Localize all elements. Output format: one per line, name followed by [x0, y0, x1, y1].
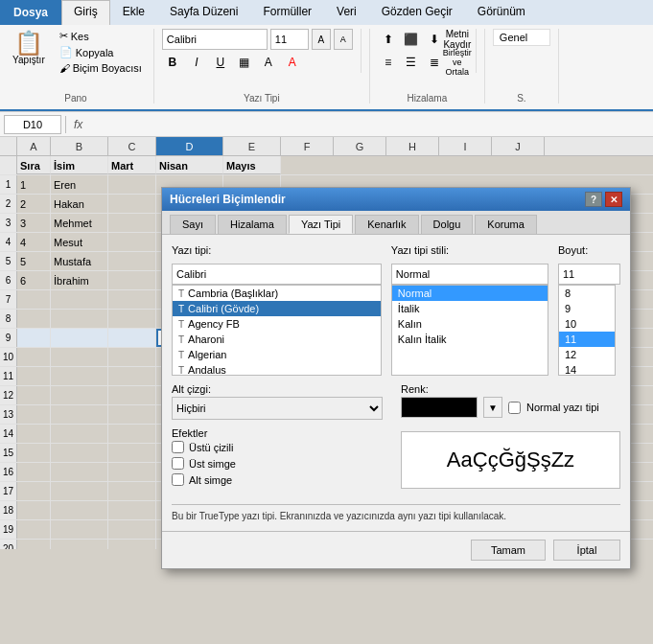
row-header-12[interactable]: 12: [0, 386, 17, 404]
cell-0-E[interactable]: Mayıs: [223, 156, 281, 174]
tab-yazitipi[interactable]: Yazı Tipi: [289, 215, 353, 234]
formula-input[interactable]: [90, 115, 649, 134]
style-list-item[interactable]: İtalik: [392, 301, 548, 316]
tab-gozden-gecir[interactable]: Gözden Geçir: [369, 0, 465, 25]
cell-8-B[interactable]: [51, 310, 108, 328]
cell-1-B[interactable]: Eren: [51, 175, 108, 194]
font-color-button[interactable]: A: [282, 52, 303, 73]
cell-1-A[interactable]: 1: [17, 175, 51, 194]
align-center-button[interactable]: ☰: [401, 52, 422, 73]
cell-8-A[interactable]: [17, 310, 51, 328]
row-header-6[interactable]: 6: [0, 271, 17, 289]
cell-3-B[interactable]: Mehmet: [51, 214, 108, 232]
wrap-text-button[interactable]: Metni Kaydır: [447, 29, 468, 50]
row-header-14[interactable]: 14: [0, 425, 17, 443]
italic-button[interactable]: I: [186, 52, 207, 73]
cell-11-B[interactable]: [51, 367, 108, 385]
tab-ekle[interactable]: Ekle: [110, 0, 157, 25]
kes-button[interactable]: ✂ Kes: [56, 29, 146, 43]
cell-16-A[interactable]: [17, 463, 51, 481]
tab-formuller[interactable]: Formüller: [250, 0, 324, 25]
cell-7-C[interactable]: [108, 290, 156, 309]
row-header-0[interactable]: [0, 156, 17, 174]
format-cells-dialog[interactable]: Hücreleri Biçimlendir ? ✕ Sayı Hizalama …: [161, 187, 631, 569]
cell-5-A[interactable]: 5: [17, 252, 51, 270]
cell-9-B[interactable]: [51, 329, 108, 347]
cell-17-C[interactable]: [108, 482, 156, 500]
row-header-19[interactable]: 19: [0, 520, 17, 539]
font-list-item[interactable]: T Calibri (Gövde): [173, 301, 381, 316]
cell-19-C[interactable]: [108, 520, 156, 539]
size-list-item[interactable]: 9: [559, 301, 615, 316]
cell-0-A[interactable]: Sıra: [17, 156, 51, 174]
col-header-h[interactable]: H: [386, 137, 439, 155]
cell-12-B[interactable]: [51, 386, 108, 404]
tab-gorunum[interactable]: Görünüm: [465, 0, 538, 25]
style-list-item[interactable]: Kalın: [392, 316, 548, 332]
align-top-button[interactable]: ⬆: [378, 29, 399, 50]
row-header-10[interactable]: 10: [0, 348, 17, 366]
cell-3-C[interactable]: [108, 214, 156, 232]
font-size-listbox[interactable]: 8910111214: [558, 285, 616, 376]
superscript-checkbox[interactable]: [172, 457, 184, 470]
col-header-g[interactable]: G: [334, 137, 386, 155]
col-header-d[interactable]: D: [156, 137, 223, 155]
row-header-11[interactable]: 11: [0, 367, 17, 385]
cell-7-A[interactable]: [17, 290, 51, 309]
row-header-17[interactable]: 17: [0, 482, 17, 500]
style-list-item[interactable]: Kalın İtalik: [392, 332, 548, 347]
cell-4-B[interactable]: Mesut: [51, 233, 108, 251]
align-middle-button[interactable]: ⬛: [401, 29, 422, 50]
strikethrough-checkbox[interactable]: [172, 441, 184, 453]
row-header-1[interactable]: 1: [0, 175, 17, 194]
cell-13-B[interactable]: [51, 405, 108, 424]
cell-20-C[interactable]: [108, 540, 156, 549]
cell-15-A[interactable]: [17, 444, 51, 462]
color-dropdown-button[interactable]: ▼: [483, 397, 502, 418]
cell-11-C[interactable]: [108, 367, 156, 385]
cell-11-A[interactable]: [17, 367, 51, 385]
cell-6-B[interactable]: İbrahim: [51, 271, 108, 289]
cell-16-C[interactable]: [108, 463, 156, 481]
align-left-button[interactable]: ≡: [378, 52, 399, 73]
ok-button[interactable]: Tamam: [471, 540, 546, 561]
cell-9-C[interactable]: [108, 329, 156, 347]
font-list-item[interactable]: T Aharoni: [173, 332, 381, 347]
font-size-decrease[interactable]: A: [334, 29, 353, 50]
tab-sayfa-duzeni[interactable]: Sayfa Düzeni: [157, 0, 250, 25]
cell-4-A[interactable]: 4: [17, 233, 51, 251]
cell-20-A[interactable]: [17, 540, 51, 549]
cell-20-B[interactable]: [51, 540, 108, 549]
font-list-item[interactable]: T Agency FB: [173, 316, 381, 332]
col-header-j[interactable]: J: [492, 137, 545, 155]
cell-15-C[interactable]: [108, 444, 156, 462]
cell-10-C[interactable]: [108, 348, 156, 366]
col-header-b[interactable]: B: [51, 137, 108, 155]
cell-5-C[interactable]: [108, 252, 156, 270]
cell-12-A[interactable]: [17, 386, 51, 404]
font-list-item[interactable]: T Andalus: [173, 362, 381, 376]
cell-10-A[interactable]: [17, 348, 51, 366]
cell-4-C[interactable]: [108, 233, 156, 251]
col-header-f[interactable]: F: [281, 137, 334, 155]
tab-sayi[interactable]: Sayı: [170, 215, 216, 234]
underline-select[interactable]: Hiçbiri: [172, 397, 383, 420]
align-right-button[interactable]: ≣: [424, 52, 445, 73]
row-header-13[interactable]: 13: [0, 405, 17, 424]
tab-hizalama[interactable]: Hizalama: [218, 215, 287, 234]
cell-2-C[interactable]: [108, 195, 156, 213]
size-list-item[interactable]: 14: [559, 362, 615, 376]
kopyala-button[interactable]: 📄 Kopyala: [56, 45, 146, 59]
row-header-3[interactable]: 3: [0, 214, 17, 232]
cell-18-B[interactable]: [51, 501, 108, 519]
cell-19-A[interactable]: [17, 520, 51, 539]
cell-14-C[interactable]: [108, 425, 156, 443]
cell-8-C[interactable]: [108, 310, 156, 328]
row-header-7[interactable]: 7: [0, 290, 17, 309]
size-list-item[interactable]: 11: [559, 332, 615, 347]
font-type-input[interactable]: [172, 264, 382, 285]
underline-button[interactable]: U: [210, 52, 231, 73]
col-header-i[interactable]: I: [439, 137, 492, 155]
size-list-item[interactable]: 10: [559, 316, 615, 332]
cell-13-C[interactable]: [108, 405, 156, 424]
